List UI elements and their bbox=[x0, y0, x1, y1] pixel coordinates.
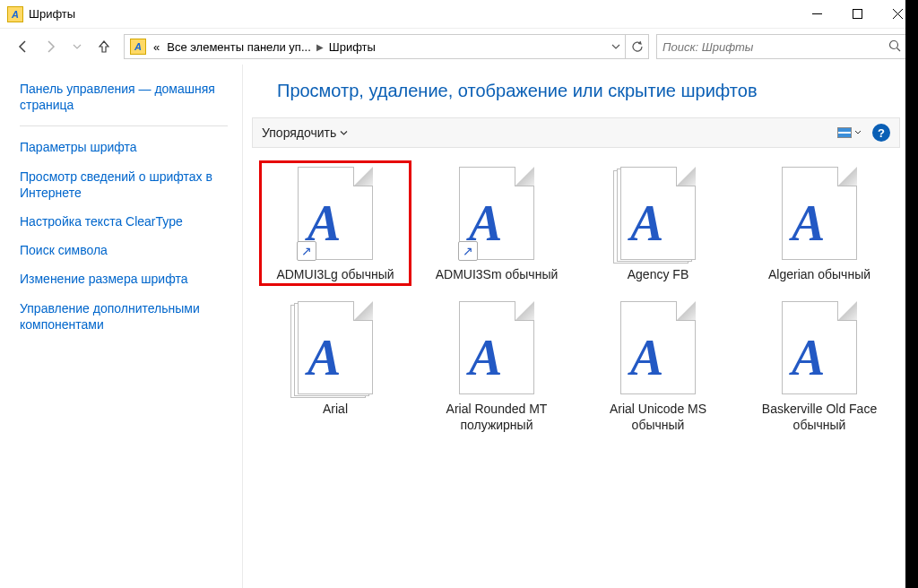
font-item[interactable]: AAgency FB bbox=[582, 160, 734, 286]
font-file-icon: A bbox=[609, 164, 707, 263]
font-label: ADMUI3Sm обычный bbox=[429, 266, 564, 282]
breadcrumb-dropdown[interactable] bbox=[605, 35, 625, 58]
window-title: Шрифты bbox=[29, 7, 75, 21]
font-label: Algerian обычный bbox=[752, 266, 887, 282]
font-file-icon: A bbox=[770, 298, 869, 397]
chevron-right-icon[interactable]: ▶ bbox=[315, 42, 325, 52]
font-file-icon: A bbox=[286, 298, 385, 397]
sidebar-link[interactable]: Параметры шрифта bbox=[20, 139, 228, 155]
font-item[interactable]: ABaskerville Old Face обычный bbox=[743, 295, 896, 437]
svg-point-4 bbox=[890, 40, 898, 48]
font-file-icon: A bbox=[770, 164, 869, 263]
font-item[interactable]: AArial bbox=[259, 295, 411, 437]
font-item[interactable]: AAlgerian обычный bbox=[743, 160, 896, 286]
app-icon: A bbox=[7, 6, 23, 22]
breadcrumb[interactable]: A « Все элементы панели уп... ▶ Шрифты bbox=[124, 34, 649, 59]
chevron-down-icon bbox=[340, 129, 348, 137]
font-label: Baskerville Old Face обычный bbox=[752, 401, 887, 433]
font-item[interactable]: AArial Unicode MS обычный bbox=[582, 295, 734, 437]
screenshot-edge bbox=[905, 0, 918, 588]
up-button[interactable] bbox=[91, 34, 117, 59]
font-grid: A↗ADMUI3Lg обычныйA↗ADMUI3Sm обычныйAAge… bbox=[252, 160, 900, 437]
sidebar: Панель управления — домашняя страница Па… bbox=[0, 65, 242, 588]
search-icon[interactable] bbox=[888, 39, 901, 55]
sidebar-home-link[interactable]: Панель управления — домашняя страница bbox=[20, 81, 228, 113]
divider bbox=[20, 125, 228, 126]
folder-icon: A bbox=[130, 39, 146, 55]
font-file-icon: A↗ bbox=[447, 164, 546, 263]
minimize-button[interactable] bbox=[797, 0, 837, 29]
font-file-icon: A bbox=[609, 298, 707, 397]
forward-button[interactable] bbox=[38, 34, 63, 59]
font-label: Arial Unicode MS обычный bbox=[591, 401, 725, 433]
font-label: Arial Rounded MT полужирный bbox=[429, 401, 564, 433]
font-item[interactable]: AArial Rounded MT полужирный bbox=[420, 295, 573, 437]
organize-label: Упорядочить bbox=[262, 125, 336, 140]
page-title: Просмотр, удаление, отображение или скры… bbox=[252, 74, 900, 117]
shortcut-overlay-icon: ↗ bbox=[297, 241, 316, 261]
sidebar-link[interactable]: Изменение размера шрифта bbox=[20, 271, 228, 287]
recent-dropdown[interactable] bbox=[65, 34, 90, 59]
back-button[interactable] bbox=[11, 34, 36, 59]
search-box[interactable] bbox=[656, 34, 907, 59]
svg-line-5 bbox=[897, 48, 901, 51]
sidebar-link[interactable]: Просмотр сведений о шрифтах в Интернете bbox=[20, 169, 228, 201]
font-label: ADMUI3Lg обычный bbox=[268, 266, 403, 282]
font-item[interactable]: A↗ADMUI3Lg обычный bbox=[259, 160, 411, 286]
breadcrumb-prefix: « bbox=[150, 40, 163, 54]
font-label: Agency FB bbox=[591, 266, 725, 282]
shortcut-overlay-icon: ↗ bbox=[458, 241, 478, 261]
search-input[interactable] bbox=[663, 40, 888, 54]
toolbar: Упорядочить ? bbox=[252, 117, 900, 148]
organize-menu[interactable]: Упорядочить bbox=[262, 125, 348, 140]
view-options-button[interactable] bbox=[834, 125, 865, 140]
chevron-down-icon bbox=[854, 129, 862, 136]
maximize-button[interactable] bbox=[837, 0, 878, 29]
font-file-icon: A bbox=[447, 298, 546, 397]
help-button[interactable]: ? bbox=[872, 124, 890, 142]
font-file-icon: A↗ bbox=[286, 164, 385, 263]
font-item[interactable]: A↗ADMUI3Sm обычный bbox=[420, 160, 573, 286]
sidebar-link[interactable]: Управление дополнительными компонентами bbox=[20, 300, 228, 333]
svg-rect-1 bbox=[853, 10, 862, 19]
sidebar-link[interactable]: Настройка текста ClearType bbox=[20, 213, 228, 229]
breadcrumb-part[interactable]: Все элементы панели уп... bbox=[163, 40, 315, 54]
font-label: Arial bbox=[268, 401, 403, 417]
breadcrumb-part[interactable]: Шрифты bbox=[325, 40, 379, 54]
view-icon bbox=[837, 127, 852, 138]
sidebar-link[interactable]: Поиск символа bbox=[20, 242, 228, 258]
refresh-button[interactable] bbox=[625, 35, 648, 58]
